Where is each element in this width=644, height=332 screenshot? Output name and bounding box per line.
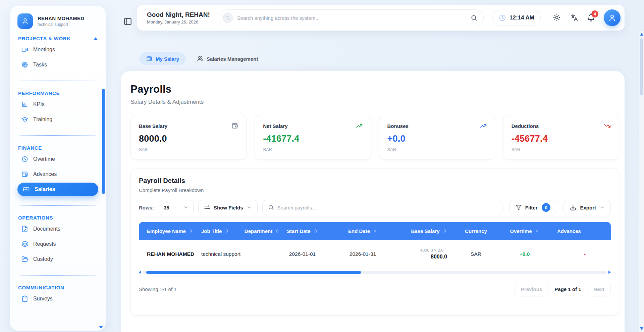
sort-icon[interactable] — [224, 229, 229, 233]
column-header-start-date[interactable]: Start Date — [281, 228, 323, 234]
column-header-currency[interactable]: Currency — [456, 228, 496, 234]
theme-toggle-button[interactable] — [553, 14, 561, 22]
column-header-base-salary[interactable]: Base Salary — [402, 228, 456, 234]
column-header-employee-name[interactable]: Employee Name — [139, 228, 199, 234]
bar-chart-icon — [21, 101, 28, 108]
sidebar-item-label: Advances — [33, 171, 57, 177]
panel-left-icon — [123, 17, 132, 26]
showing-summary: Showing 1-1 of 1 — [139, 286, 177, 292]
sidebar-item-advances[interactable]: Advances — [17, 168, 98, 181]
sort-icon[interactable] — [535, 229, 539, 233]
table-controls: Rows: 35 Show Fields Filter 0 — [139, 200, 611, 215]
global-search[interactable] — [219, 9, 484, 26]
stat-label: Base Salary — [139, 123, 167, 129]
sidebar-toggle-button[interactable] — [123, 17, 133, 27]
sort-icon[interactable] — [313, 229, 318, 233]
layers-icon — [21, 241, 28, 247]
filter-count-badge: 0 — [542, 203, 550, 212]
section-projects-work[interactable]: PROJECTS & WORK — [18, 36, 98, 41]
next-page-button[interactable]: Next — [587, 282, 611, 296]
sidebar-item-overtime[interactable]: Overtime — [17, 152, 98, 166]
section-communication[interactable]: COMMUNICATION — [18, 285, 98, 290]
sidebar-scroll-down-icon[interactable] — [99, 326, 103, 329]
greeting-date: Monday, January 26, 2026 — [147, 19, 210, 25]
scroll-left-icon[interactable] — [139, 271, 141, 274]
details-subtitle: Complete Payroll Breakdown — [139, 187, 611, 193]
sort-icon[interactable] — [373, 229, 377, 233]
search-icon — [225, 15, 230, 20]
divider — [19, 205, 96, 206]
divider — [19, 81, 96, 81]
column-header-advances[interactable]: Advances — [553, 228, 611, 234]
scroll-right-icon[interactable] — [608, 271, 611, 274]
cell-job-title: technical support — [199, 251, 243, 257]
sort-icon[interactable] — [442, 229, 447, 233]
sidebar-user-profile[interactable]: REHAN MOHAMED technical support — [10, 6, 106, 35]
scrollbar-track[interactable] — [143, 271, 607, 274]
sort-icon[interactable] — [189, 229, 193, 233]
page-scrollbar[interactable] — [639, 31, 644, 332]
tab-label: Salaries Management — [207, 56, 258, 62]
sidebar-item-training[interactable]: Training — [17, 113, 98, 126]
sidebar-item-label: Requests — [33, 241, 56, 247]
sidebar-item-kpis[interactable]: KPIs — [17, 98, 98, 111]
sidebar-item-label: KPIs — [33, 101, 45, 107]
column-header-department[interactable]: Department — [243, 228, 281, 234]
sidebar-item-tasks[interactable]: Tasks — [17, 58, 98, 72]
sidebar-item-surveys[interactable]: Surveys — [17, 292, 98, 305]
rows-per-page-select[interactable]: 35 — [159, 200, 194, 215]
user-name: REHAN MOHAMED — [38, 15, 84, 21]
folder-open-icon — [21, 256, 28, 263]
tab-my-salary[interactable]: My Salary — [140, 52, 186, 65]
tab-salaries-management[interactable]: Salaries Management — [196, 52, 259, 65]
payroll-search-input[interactable] — [277, 205, 497, 210]
sidebar: REHAN MOHAMED technical support PROJECTS… — [10, 6, 106, 331]
stat-card-deductions: Deductions -45677.4 SAR — [503, 115, 619, 160]
sidebar-item-label: Surveys — [33, 296, 53, 302]
scroll-down-icon[interactable] — [640, 327, 643, 330]
cell-currency: SAR — [456, 251, 496, 257]
file-check-icon — [21, 226, 28, 232]
tab-label: My Salary — [156, 56, 179, 62]
sidebar-item-meetings[interactable]: Meetings — [17, 43, 98, 56]
language-button[interactable] — [570, 14, 578, 22]
sidebar-item-documents[interactable]: Documents — [17, 222, 98, 236]
notifications-button[interactable]: 4 — [587, 14, 595, 22]
sidebar-item-salaries[interactable]: Salaries — [17, 183, 98, 196]
section-label: PERFORMANCE — [18, 90, 60, 96]
trending-up-icon — [480, 123, 487, 129]
rows-value: 35 — [164, 205, 169, 210]
profile-menu-button[interactable] — [604, 9, 621, 26]
column-header-end-date[interactable]: End Date — [323, 228, 402, 234]
scrollbar-thumb[interactable] — [146, 271, 361, 274]
column-header-job-title[interactable]: Job Title — [199, 228, 243, 234]
sort-icon[interactable] — [275, 229, 280, 233]
table-row[interactable]: REHAN MOHAMED technical support 2026-01-… — [139, 240, 611, 268]
cell-base-salary: 4000.0 × 2.0 = 8000.0 — [402, 248, 456, 260]
section-finance[interactable]: FINANCE — [18, 145, 98, 151]
sidebar-item-label: Tasks — [33, 62, 47, 68]
previous-page-button[interactable]: Previous — [515, 282, 548, 296]
column-header-overtime[interactable]: Overtime — [496, 228, 553, 234]
section-operations[interactable]: OPERATIONS — [18, 215, 98, 221]
filter-button[interactable]: Filter 0 — [509, 200, 556, 215]
stat-label: Net Salary — [263, 123, 287, 129]
collapse-icon — [94, 37, 98, 40]
global-search-input[interactable] — [237, 15, 467, 21]
table-footer: Showing 1-1 of 1 Previous Page 1 of 1 Ne… — [139, 282, 611, 296]
video-icon — [21, 46, 28, 53]
search-icon[interactable] — [471, 14, 477, 21]
sidebar-item-requests[interactable]: Requests — [17, 237, 98, 251]
show-fields-label: Show Fields — [214, 205, 243, 210]
export-button[interactable]: Export — [564, 200, 611, 215]
section-performance[interactable]: PERFORMANCE — [18, 90, 98, 96]
chevron-down-icon — [247, 205, 252, 210]
payroll-search[interactable] — [262, 200, 502, 215]
sidebar-item-custody[interactable]: Custody — [17, 252, 98, 266]
sidebar-nav: PROJECTS & WORK Meetings Tasks PERFORMAN… — [10, 36, 106, 305]
show-fields-button[interactable]: Show Fields — [198, 200, 258, 215]
section-label: COMMUNICATION — [18, 285, 64, 290]
scroll-up-icon[interactable] — [640, 33, 643, 36]
export-label: Export — [580, 205, 596, 210]
page-scrollbar-thumb[interactable] — [640, 38, 643, 95]
